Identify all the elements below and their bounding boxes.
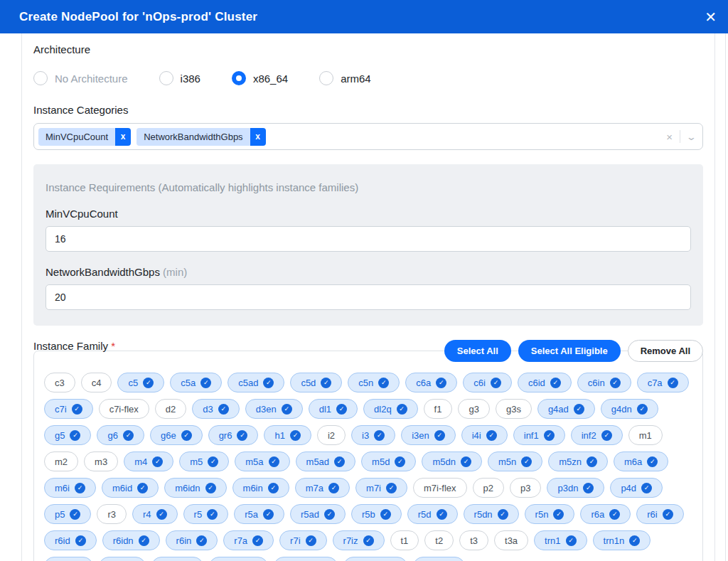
- family-pill-m5ad[interactable]: m5ad✓: [296, 452, 356, 471]
- clear-all-icon[interactable]: ×: [666, 131, 673, 143]
- family-pill-i2[interactable]: i2: [317, 425, 346, 445]
- family-pill-p5[interactable]: p5✓: [44, 504, 91, 524]
- family-pill-m5[interactable]: m5✓: [179, 452, 229, 471]
- family-pill-m6a[interactable]: m6a✓: [614, 452, 668, 471]
- family-pill-vt1[interactable]: vt1✓: [44, 557, 93, 561]
- close-icon[interactable]: ✕: [703, 7, 718, 27]
- family-pill-trn1n[interactable]: trn1n✓: [593, 530, 651, 550]
- family-pill-dl2q[interactable]: dl2q✓: [363, 399, 418, 419]
- family-pill-m5d[interactable]: m5d✓: [361, 452, 416, 471]
- family-pill-dl1[interactable]: dl1✓: [309, 399, 358, 419]
- requirement-input-minvcpucount[interactable]: [46, 226, 691, 252]
- requirement-input-networkbandwidthgbps[interactable]: [46, 284, 691, 310]
- family-pill-i3[interactable]: i3✓: [351, 425, 395, 445]
- family-pill-c6i[interactable]: c6i✓: [463, 373, 512, 392]
- radio-option-arm64[interactable]: arm64: [319, 71, 371, 85]
- family-pill-m5n[interactable]: m5n✓: [488, 452, 542, 471]
- family-pill-trn1[interactable]: trn1✓: [534, 530, 587, 550]
- family-pill-r5ad[interactable]: r5ad✓: [290, 504, 346, 524]
- family-pill-p3[interactable]: p3: [510, 478, 541, 498]
- family-pill-c7i[interactable]: c7i✓: [44, 399, 93, 419]
- family-pill-x1[interactable]: x1✓: [99, 557, 146, 561]
- select-all-button[interactable]: Select All: [444, 340, 511, 362]
- family-pill-m5a[interactable]: m5a✓: [235, 452, 289, 471]
- family-pill-r3[interactable]: r3: [97, 504, 127, 524]
- remove-tag-icon[interactable]: x: [115, 128, 131, 146]
- chevron-down-icon[interactable]: ⌄: [686, 132, 697, 142]
- family-pill-c5[interactable]: c5✓: [117, 373, 164, 392]
- family-pill-inf2[interactable]: inf2✓: [571, 425, 623, 445]
- instance-categories-select[interactable]: MinVCpuCountxNetworkBandwidthGbpsx × ⌄: [33, 123, 703, 150]
- family-pill-m3[interactable]: m3: [84, 452, 118, 471]
- family-pill-m2[interactable]: m2: [44, 452, 78, 471]
- family-pill-c3[interactable]: c3: [44, 373, 75, 392]
- family-pill-r6i[interactable]: r6i✓: [636, 504, 683, 524]
- family-pill-m7i-flex[interactable]: m7i-flex: [413, 478, 467, 498]
- family-pill-gr6[interactable]: gr6✓: [208, 425, 259, 445]
- family-pill-i3en[interactable]: i3en✓: [401, 425, 456, 445]
- family-pill-t3a[interactable]: t3a: [494, 530, 528, 550]
- family-pill-g4dn[interactable]: g4dn✓: [601, 399, 658, 419]
- family-pill-m5dn[interactable]: m5dn✓: [422, 452, 482, 471]
- family-pill-z1d[interactable]: z1d✓: [413, 557, 465, 561]
- family-pill-g5[interactable]: g5✓: [44, 425, 91, 445]
- family-pill-inf1[interactable]: inf1✓: [513, 425, 565, 445]
- radio-option-i386[interactable]: i386: [159, 71, 200, 85]
- family-pill-c5n[interactable]: c5n✓: [348, 373, 400, 392]
- family-pill-c6in[interactable]: c6in✓: [577, 373, 631, 392]
- family-pill-c7i-flex[interactable]: c7i-flex: [99, 399, 149, 419]
- family-pill-r7a[interactable]: r7a✓: [223, 530, 274, 550]
- family-pill-r6id[interactable]: r6id✓: [44, 530, 97, 550]
- family-pill-c5ad[interactable]: c5ad✓: [228, 373, 284, 392]
- family-pill-x2iedn[interactable]: x2iedn✓: [274, 557, 338, 561]
- family-pill-r6in[interactable]: r6in✓: [166, 530, 218, 550]
- family-pill-g6e[interactable]: g6e✓: [150, 425, 203, 445]
- family-pill-m7i[interactable]: m7i✓: [355, 478, 407, 498]
- family-pill-m6idn[interactable]: m6idn✓: [164, 478, 226, 498]
- family-pill-r4[interactable]: r4✓: [132, 504, 178, 524]
- family-pill-r6a[interactable]: r6a✓: [580, 504, 631, 524]
- family-pill-g4ad[interactable]: g4ad✓: [537, 399, 595, 419]
- family-pill-x1e[interactable]: x1e✓: [151, 557, 203, 561]
- radio-option-x86_64[interactable]: x86_64: [232, 71, 288, 85]
- family-pill-g3s[interactable]: g3s: [496, 399, 532, 419]
- family-pill-r7iz[interactable]: r7iz✓: [333, 530, 385, 550]
- family-pill-c4[interactable]: c4: [81, 373, 112, 392]
- family-pill-m5zn[interactable]: m5zn✓: [548, 452, 608, 471]
- family-pill-c7a[interactable]: c7a✓: [637, 373, 689, 392]
- family-pill-r5a[interactable]: r5a✓: [234, 504, 284, 524]
- family-pill-p2[interactable]: p2: [473, 478, 504, 498]
- family-pill-x2iezn[interactable]: x2iezn✓: [343, 557, 407, 561]
- family-pill-r5[interactable]: r5✓: [183, 504, 229, 524]
- family-pill-i4i[interactable]: i4i✓: [461, 425, 508, 445]
- family-pill-c5d[interactable]: c5d✓: [290, 373, 342, 392]
- radio-selected-icon[interactable]: [232, 71, 246, 85]
- family-pill-p3dn[interactable]: p3dn✓: [547, 478, 604, 498]
- family-pill-m6in[interactable]: m6in✓: [232, 478, 289, 498]
- family-pill-d3[interactable]: d3✓: [192, 399, 239, 419]
- family-pill-r5n[interactable]: r5n✓: [525, 504, 575, 524]
- family-pill-m7a[interactable]: m7a✓: [295, 478, 350, 498]
- family-pill-t1[interactable]: t1: [390, 530, 419, 550]
- family-pill-r5dn[interactable]: r5dn✓: [464, 504, 519, 524]
- family-pill-h1[interactable]: h1✓: [264, 425, 311, 445]
- family-pill-r5d[interactable]: r5d✓: [407, 504, 458, 524]
- family-pill-g6[interactable]: g6✓: [97, 425, 144, 445]
- radio-unselected-icon[interactable]: [33, 71, 48, 85]
- family-pill-d3en[interactable]: d3en✓: [245, 399, 303, 419]
- select-all-eligible-button[interactable]: Select All Eligible: [518, 340, 621, 362]
- family-pill-g3[interactable]: g3: [458, 399, 489, 419]
- family-pill-p4d[interactable]: p4d✓: [610, 478, 663, 498]
- scrollbar-rail[interactable]: [725, 33, 726, 561]
- radio-unselected-icon[interactable]: [319, 71, 333, 85]
- family-pill-r6idn[interactable]: r6idn✓: [102, 530, 160, 550]
- family-pill-t3[interactable]: t3: [459, 530, 488, 550]
- family-pill-r5b[interactable]: r5b✓: [351, 504, 402, 524]
- family-pill-x2idn[interactable]: x2idn✓: [209, 557, 268, 561]
- family-pill-m6id[interactable]: m6id✓: [102, 478, 159, 498]
- family-pill-m6i[interactable]: m6i✓: [44, 478, 96, 498]
- family-pill-d2[interactable]: d2: [155, 399, 186, 419]
- family-pill-f1[interactable]: f1: [424, 399, 453, 419]
- family-pill-c6id[interactable]: c6id✓: [518, 373, 572, 392]
- family-pill-c5a[interactable]: c5a✓: [170, 373, 222, 392]
